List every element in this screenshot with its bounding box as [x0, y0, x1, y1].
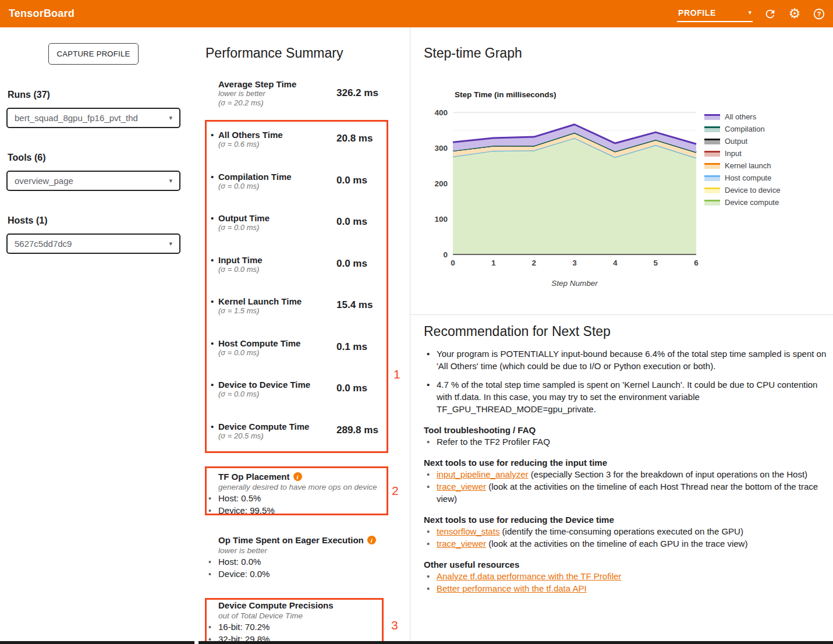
help-icon: ?: [813, 8, 825, 20]
stat-item: •16-bit: 70.2%: [218, 622, 388, 632]
legend-item: Kernel launch: [704, 160, 780, 172]
svg-text:300: 300: [434, 144, 448, 153]
help-button[interactable]: ?: [812, 7, 826, 21]
metric-value: 0.0 ms: [336, 258, 367, 270]
legend-label: Compilation: [725, 125, 765, 133]
bottom-edge: [198, 641, 833, 644]
recommendation-link[interactable]: trace_viewer: [437, 482, 486, 491]
svg-text:100: 100: [434, 215, 448, 224]
legend-label: All others: [725, 112, 756, 121]
stat-item: •Host: 0.0%: [218, 557, 388, 567]
legend-item: All others: [704, 111, 780, 123]
legend-label: Kernel launch: [725, 161, 771, 170]
bottom-edge: [0, 641, 194, 644]
annotation-number-1: 1: [394, 367, 400, 381]
app-header: TensorBoard PROFILE ▾ ⚙ ?: [0, 0, 833, 27]
legend-label: Output: [725, 137, 747, 146]
recommendation-subheading: Next tools to use for reducing the input…: [424, 457, 828, 468]
recommendation-link[interactable]: Better performance with the tf.data API: [437, 583, 587, 593]
device-compute-precisions: Device Compute Precisions out of Total D…: [205, 600, 388, 644]
svg-text:?: ?: [817, 10, 821, 17]
recommendation-item: •tensorflow_stats (identify the time-con…: [424, 525, 828, 537]
stat-item: •Host: 0.5%: [218, 493, 388, 504]
svg-text:0: 0: [451, 259, 455, 267]
svg-text:200: 200: [434, 179, 448, 188]
info-icon[interactable]: i: [367, 536, 376, 544]
average-step-time-label: Average Step Time: [218, 79, 335, 89]
recommendation-item: •Refer to the TF2 Profiler FAQ: [424, 436, 828, 448]
recommendation-link[interactable]: trace_viewer: [437, 539, 486, 549]
hosts-select-value: 5627c5dd7dc9: [15, 239, 72, 249]
svg-text:400: 400: [434, 108, 448, 117]
legend-label: Host compute: [725, 174, 771, 182]
runs-select-value: bert_squad_8gpu_fp16_pvt_thd: [15, 113, 138, 123]
legend-swatch: [704, 139, 720, 144]
legend-swatch: [704, 151, 720, 157]
recommendation-item: •trace_viewer (look at the activities on…: [424, 537, 828, 550]
recommendation-section: Recommendation for Next Step •Your progr…: [424, 324, 828, 595]
metric-row: •All Others Time(σ = 0.6 ms)20.8 ms: [205, 120, 388, 162]
eager-execution-note: lower is better: [218, 546, 388, 555]
device-compute-precisions-note: out of Total Device Time: [218, 611, 388, 620]
average-step-time-sigma: (σ = 20.2 ms): [218, 98, 335, 108]
tf-op-placement: TF Op Placement i generally desired to h…: [205, 472, 388, 516]
annotation-number-2: 2: [392, 484, 399, 498]
runs-select[interactable]: bert_squad_8gpu_fp16_pvt_thd ▾: [6, 108, 180, 128]
section-divider: [410, 314, 833, 315]
legend-item: Output: [704, 135, 780, 147]
step-time-breakdown-list: •All Others Time(σ = 0.6 ms)20.8 ms•Comp…: [205, 120, 388, 453]
info-icon[interactable]: i: [293, 472, 302, 481]
legend-label: Device compute: [725, 198, 779, 207]
recommendation-link[interactable]: Analyze tf.data performance with the TF …: [437, 571, 621, 581]
recommendation-subheading: Next tools to use for reducing the Devic…: [424, 514, 828, 525]
stat-item: •Device: 99.5%: [218, 505, 388, 516]
dashboard-selector[interactable]: PROFILE ▾: [677, 6, 753, 22]
refresh-button[interactable]: [763, 7, 777, 21]
legend-item: Device compute: [704, 196, 780, 208]
recommendation-item: •input_pipeline_analyzer (especially Sec…: [424, 468, 828, 480]
eager-execution-title: Op Time Spent on Eager Execution: [218, 535, 364, 545]
recommendation-subheading: Other useful resources: [424, 559, 828, 570]
gear-icon: ⚙: [789, 7, 801, 20]
tools-select[interactable]: overview_page ▾: [6, 171, 180, 191]
annotation-number-3: 3: [391, 618, 398, 632]
metric-row: •Kernel Launch Time(σ = 1.5 ms)15.4 ms: [205, 286, 388, 328]
recommendation-title: Recommendation for Next Step: [424, 324, 828, 339]
refresh-icon: [764, 8, 777, 20]
tf-op-placement-title: TF Op Placement: [218, 472, 290, 482]
step-time-graph-title: Step-time Graph: [424, 45, 522, 61]
chevron-down-icon: ▾: [169, 177, 172, 185]
recommendation-link[interactable]: input_pipeline_analyzer: [437, 469, 529, 479]
tools-label: Tools (6): [8, 153, 45, 163]
eager-execution: Op Time Spent on Eager Execution i lower…: [205, 535, 388, 579]
metric-value: 0.0 ms: [336, 175, 367, 186]
hosts-label: Hosts (1): [8, 215, 47, 226]
capture-profile-button[interactable]: CAPTURE PROFILE: [48, 43, 139, 65]
svg-text:4: 4: [613, 259, 618, 267]
legend-swatch: [704, 126, 720, 132]
hosts-select[interactable]: 5627c5dd7dc9 ▾: [6, 233, 180, 254]
metric-row: •Device to Device Time(σ = 0.0 ms)0.0 ms: [205, 370, 388, 412]
dashboard-selector-value: PROFILE: [678, 8, 716, 17]
metric-value: 20.8 ms: [336, 133, 373, 144]
recommendation-item: •Better performance with the tf.data API: [424, 582, 828, 595]
chart-xaxis-label: Step Number: [453, 279, 696, 288]
legend-swatch: [704, 175, 720, 181]
settings-button[interactable]: ⚙: [788, 7, 802, 21]
chevron-down-icon: ▾: [169, 240, 172, 247]
recommendation-item: •trace_viewer (look at the activities on…: [424, 480, 828, 505]
svg-text:5: 5: [654, 259, 658, 267]
stat-item: •Device: 0.0%: [218, 569, 388, 579]
svg-text:6: 6: [694, 259, 699, 267]
legend-label: Device to device: [725, 186, 780, 194]
metric-value: 0.0 ms: [336, 216, 367, 228]
runs-label: Runs (37): [8, 90, 50, 100]
recommendation-link[interactable]: tensorflow_stats: [437, 526, 499, 536]
metric-row: •Host Compute Time(σ = 0.0 ms)0.1 ms: [205, 328, 388, 370]
average-step-time-note: lower is better: [218, 89, 335, 98]
app-title: TensorBoard: [9, 8, 75, 20]
legend-item: Compilation: [704, 123, 780, 135]
chevron-down-icon: ▾: [169, 114, 172, 122]
legend-item: Input: [704, 147, 780, 160]
recommendation-item: •Analyze tf.data performance with the TF…: [424, 570, 828, 582]
